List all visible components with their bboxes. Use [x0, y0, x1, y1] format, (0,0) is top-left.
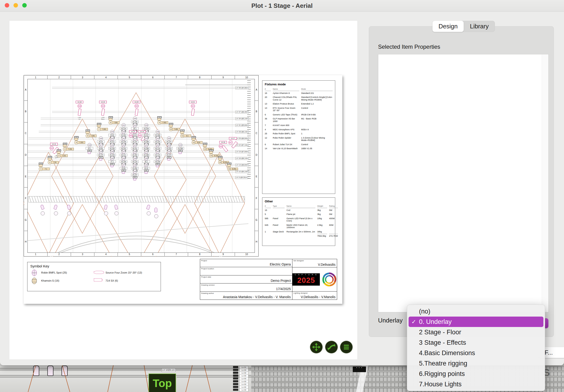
grid-label: 10: [235, 253, 258, 256]
workspace-truss-line: [0, 375, 270, 376]
tower-unit-number: 920: [135, 104, 139, 108]
menu-item-0-underlay[interactable]: ✓0. Underlay: [409, 317, 543, 327]
fixture-unit-number: 138: [133, 163, 137, 167]
fixture-unit-number: 128: [133, 150, 137, 154]
fixture-channel-label: 26.370: [97, 154, 105, 156]
menu-item-label: 5.Theatre rigging: [419, 360, 467, 367]
titlebar[interactable]: Plot - 1 Stage - Aerial: [0, 0, 564, 12]
cluster-unit-number: 916: [219, 144, 223, 148]
lx-truss-label: LX 28 @6,14m: [235, 131, 249, 133]
fixture-channel-label: 26.370: [165, 154, 173, 156]
table-cell: 0W: [329, 212, 338, 216]
table-cell: 25: [265, 132, 271, 136]
table-cell: 16Bit V1.05: [301, 147, 333, 151]
capture-2025-logo: C A P T U R E2025: [292, 273, 320, 286]
column-header: #: [265, 204, 271, 208]
floor-line: [27, 224, 248, 241]
workspace-truss-line: [0, 369, 271, 370]
pan-button[interactable]: [310, 341, 323, 353]
symbol-key-entry: Source Four Zoom 15°-30° (13): [106, 271, 142, 274]
workspace-diamond-line: [28, 365, 36, 392]
lx-truss: [27, 157, 248, 159]
fixture-channel-label: 25.288: [176, 147, 184, 150]
fixture-channel-label: 25.42: [97, 140, 105, 143]
lx-truss-label: LX 19 @7,64m: [235, 150, 249, 153]
top-line: [185, 85, 247, 85]
table-cell: 1: [265, 230, 271, 234]
fixture-channel-label: 27.1: [108, 160, 116, 163]
table-cell: 7: [265, 123, 271, 128]
fixture-channel-label: 25.411: [108, 140, 116, 143]
tab-library[interactable]: Library: [464, 21, 495, 32]
fixture-channel-label: 14.19: [99, 101, 107, 103]
fixture-channel-label: 7.301: [100, 128, 108, 131]
fixture-channel-label: 25.370: [165, 140, 173, 143]
column-header: Type: [273, 204, 285, 208]
fixture-unit-number: 104: [110, 130, 114, 134]
table-cell: Vari-Lite VL10 BeamWash: [273, 147, 299, 151]
lx-truss: [25, 177, 250, 178]
table-cell: Control: [301, 106, 333, 112]
panel-tabbar: Design Library: [433, 21, 495, 32]
table-cell: Panel: [273, 223, 285, 230]
table-cell: Standard 221: [301, 91, 333, 95]
cluster-unit-number: 913: [50, 146, 54, 150]
workspace-truss-line: [0, 377, 270, 378]
menu-button[interactable]: [340, 341, 352, 353]
lx-truss: [26, 171, 250, 172]
menu-item-2-stage-floor[interactable]: 2 Stage - Floor: [409, 327, 543, 337]
truss-end-bar: [233, 377, 238, 379]
workspace-truss-label: LX 10@9,1m: [162, 368, 176, 372]
grid-label: G: [24, 209, 28, 231]
lx-truss: [28, 138, 247, 139]
fixture-unit-number: 130: [156, 150, 160, 154]
truss-end-label: Lx 00: [240, 389, 248, 392]
fixture-channel-label: 25.329: [165, 147, 173, 150]
fixture-clamp-label: BMFL: [144, 170, 149, 172]
menu-item-3-stage-effects[interactable]: 3 Stage - Effects: [409, 337, 543, 348]
rotate-button[interactable]: [325, 341, 338, 353]
properties-scrollbar[interactable]: [542, 55, 548, 312]
fixture-unit-number: 123: [167, 143, 171, 147]
truss-end-bar: [233, 366, 238, 368]
fixture-unit-number: 125: [99, 150, 103, 154]
fixture-channel-label: 7.151: [66, 148, 74, 150]
fixture-channel-label: 7.351: [112, 121, 119, 124]
table-cell: 6: [265, 142, 271, 147]
menu-item--no-[interactable]: (no): [409, 306, 543, 317]
column-header: Weight: [317, 204, 327, 208]
fixture-channel-label: 25.165: [131, 121, 139, 123]
table-cell: Stage Deck: [273, 230, 285, 234]
tab-design[interactable]: Design: [433, 21, 464, 32]
fixture-unit-number: 122: [156, 143, 160, 147]
field-label: Drawing version: [201, 284, 215, 286]
grid-label: 5: [118, 76, 141, 79]
tower-unit-number: 919: [101, 104, 105, 108]
table-cell: Chauvet COLORado PXL Curve 12: [273, 95, 299, 102]
floor-fixture-number: [154, 214, 158, 218]
menu-item-4-basic-dimensions[interactable]: 4.Basic Dimensions: [409, 348, 543, 358]
workspace-diamond-line: [185, 365, 193, 392]
title-block-right: Set designerV.DelivasilisC A P T U R E20…: [292, 259, 337, 299]
fixture-clamp-label: KHAMS: [218, 156, 222, 158]
menu-item-5-theatre-rigging[interactable]: 5.Theatre rigging: [409, 358, 543, 369]
fixture-channel-label: 25.452: [131, 167, 139, 170]
table-cell: MDG Atmosphere APS: [273, 127, 299, 132]
fixture-unit-number: 100: [133, 117, 137, 121]
lx-truss: [52, 111, 247, 113]
menu-item-7-house-lights[interactable]: 7.House Lights: [409, 379, 543, 389]
fixture-clamp-label: KHAMS: [57, 149, 61, 151]
fixture-channel-label: 25.206: [142, 127, 150, 130]
fixture-clamp-label: KHAMS: [48, 156, 52, 158]
fixture-channel-label: 26.124: [154, 147, 161, 150]
properties-list[interactable]: [378, 54, 549, 312]
table-cell: 1 3-Zones [Colour Mixing Mode=RGBW]: [301, 136, 333, 142]
table-cell: M35A-X: [301, 127, 333, 132]
plot-drawing: LX 48 @4,66mLX 37 @8,40mLX 34 @5,14mLX 3…: [24, 75, 259, 257]
fixture-channel-label: 14.18: [76, 101, 83, 103]
fixture-clamp-label: KHAMS: [169, 123, 173, 125]
plot-canvas[interactable]: LX 48 @4,66mLX 37 @8,40mLX 34 @5,14mLX 3…: [10, 21, 357, 359]
menu-item-6-rigging-points[interactable]: 6.Rigging points: [409, 369, 543, 379]
table-cell: KVANT Atom 800: [273, 123, 299, 128]
table-cell: 13: [265, 102, 271, 106]
